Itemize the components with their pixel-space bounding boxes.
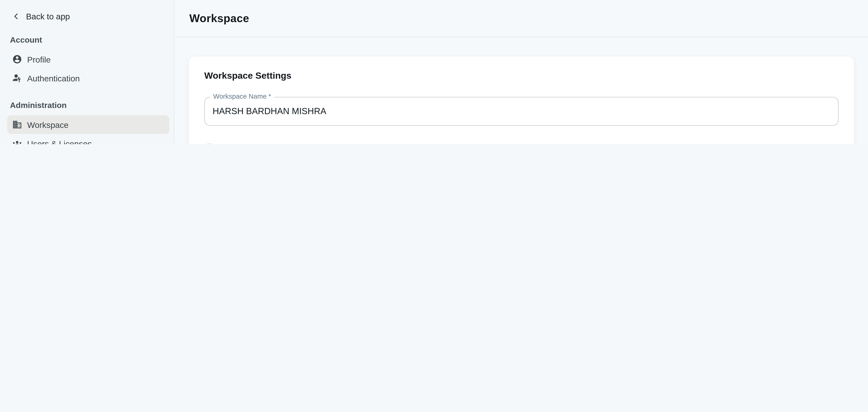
workspace-name-field: Workspace Name * [204,97,839,126]
app-window: Back to app Account Profile Authenticati… [0,0,868,144]
sidebar-item-authentication[interactable]: Authentication [7,68,169,87]
sidebar-item-label: Profile [27,55,51,64]
building-icon [12,120,22,129]
workspace-settings-card: Workspace Settings Workspace Name * Comp… [189,56,854,144]
sidebar-item-users-licenses[interactable]: Users & Licenses [7,134,169,144]
workspace-name-label: Workspace Name * [210,92,274,100]
section-header-administration: Administration [0,99,174,111]
account-circle-icon [12,54,22,64]
groups-icon [12,138,22,144]
page-title: Workspace [189,12,249,25]
sidebar: Back to app Account Profile Authenticati… [0,0,175,144]
card-title: Workspace Settings [204,70,839,81]
workspace-name-input[interactable] [213,107,830,116]
back-to-app-label: Back to app [26,11,70,21]
person-key-icon [12,73,22,83]
sidebar-item-label: Workspace [27,120,69,129]
sidebar-item-label: Users & Licenses [27,139,92,144]
toggle-thumb [202,144,216,144]
page-content: Workspace Settings Workspace Name * Comp… [175,37,868,144]
sidebar-item-profile[interactable]: Profile [7,50,169,68]
page-header: Workspace [175,0,868,37]
chevron-left-icon [12,12,21,20]
sidebar-item-workspace[interactable]: Workspace [7,115,169,134]
back-to-app-button[interactable]: Back to app [12,10,174,22]
section-header-account: Account [0,34,174,46]
sidebar-item-label: Authentication [27,73,80,83]
main-area: Workspace Workspace Settings Workspace N… [175,0,868,144]
company-account-row: Company Account [204,144,839,144]
